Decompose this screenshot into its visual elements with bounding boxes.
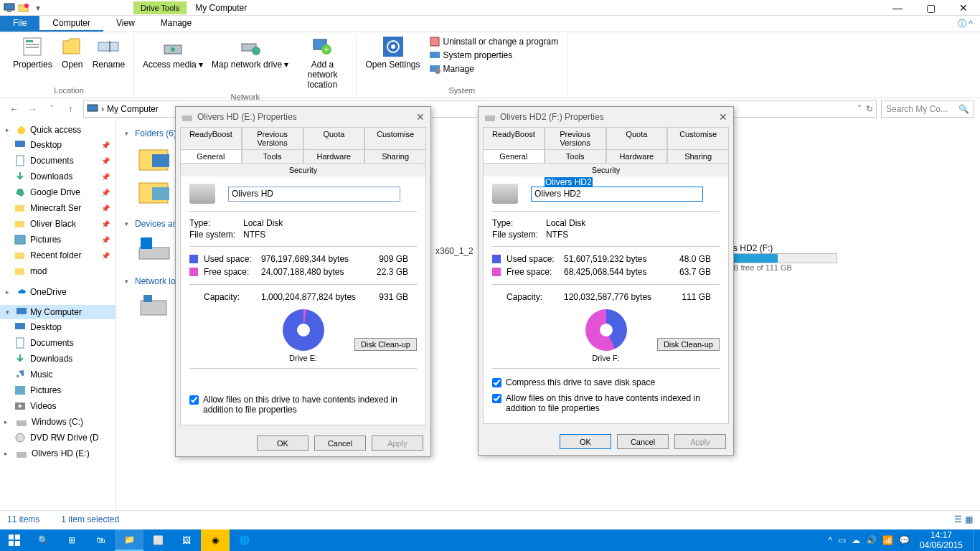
back-button[interactable]: ← xyxy=(6,100,23,118)
nav-desktop2[interactable]: Desktop xyxy=(0,319,116,335)
nav-olivers-e[interactable]: ▸Olivers HD (E:) xyxy=(0,446,116,461)
nav-minecraft[interactable]: Minecraft Ser📌 xyxy=(0,200,116,216)
tab-quota[interactable]: Quota xyxy=(606,127,668,149)
tab-hardware[interactable]: Hardware xyxy=(303,149,365,163)
nav-downloads2[interactable]: Downloads xyxy=(0,351,116,367)
navigation-pane[interactable]: ▸Quick access Desktop📌 Documents📌 Downlo… xyxy=(0,120,116,510)
refresh-icon[interactable]: ↻ xyxy=(866,104,873,114)
tab-security[interactable]: Security xyxy=(180,163,426,176)
drive-name-input[interactable] xyxy=(531,187,703,202)
close-button[interactable]: ✕ xyxy=(947,0,980,16)
cancel-button[interactable]: Cancel xyxy=(314,435,366,451)
disk-cleanup-button[interactable]: Disk Clean-up xyxy=(354,338,417,351)
tab-tools[interactable]: Tools xyxy=(242,149,303,163)
drive-name-input[interactable] xyxy=(228,187,400,202)
nav-gdrive[interactable]: Google Drive📌 xyxy=(0,184,116,200)
qat-dropdown-icon[interactable]: ▾ xyxy=(32,1,44,14)
apply-button[interactable]: Apply xyxy=(372,435,423,451)
index-checkbox[interactable] xyxy=(189,395,199,405)
tab-customise[interactable]: Customise xyxy=(364,127,426,149)
tab-general[interactable]: General xyxy=(180,149,242,163)
taskbar-store[interactable]: 🛍 xyxy=(86,529,115,551)
nav-windows-c[interactable]: ▸Windows (C:) xyxy=(0,414,116,430)
tray-action-icon[interactable]: 💬 xyxy=(899,535,910,545)
cancel-button[interactable]: Cancel xyxy=(617,434,669,449)
tab-readyboost[interactable]: ReadyBoost xyxy=(180,127,242,149)
drive-hd2-partial[interactable]: s HD2 (F:) B free of 111 GB xyxy=(733,243,837,272)
tab-customise[interactable]: Customise xyxy=(667,127,729,149)
taskbar-browser[interactable]: 🌐 xyxy=(230,529,258,551)
view-details-icon[interactable]: ☰ xyxy=(954,514,962,524)
tab-sharing[interactable]: Sharing xyxy=(364,149,426,163)
tab-hardware[interactable]: Hardware xyxy=(606,149,668,163)
access-media-button[interactable]: Access media ▾ xyxy=(138,34,207,91)
dialog-titlebar[interactable]: Olivers HD2 (F:) Properties ✕ xyxy=(479,107,733,127)
index-checkbox[interactable] xyxy=(492,394,501,403)
tray-onedrive-icon[interactable]: ☁ xyxy=(852,535,860,545)
taskbar-app1[interactable]: ⬜ xyxy=(143,529,172,551)
open-settings-button[interactable]: Open Settings xyxy=(361,34,424,85)
nav-documents2[interactable]: Documents xyxy=(0,335,116,351)
nav-pictures[interactable]: Pictures📌 xyxy=(0,232,116,248)
nav-oliver[interactable]: Oliver Black📌 xyxy=(0,216,116,232)
nav-documents[interactable]: Documents📌 xyxy=(0,153,116,169)
map-network-button[interactable]: Map network drive ▾ xyxy=(207,34,293,91)
tab-previous-versions[interactable]: Previous Versions xyxy=(545,127,606,149)
tray-up-icon[interactable]: ^ xyxy=(828,535,832,545)
computer-icon[interactable] xyxy=(3,1,16,14)
uninstall-button[interactable]: Uninstall or change a program xyxy=(428,35,560,48)
ok-button[interactable]: OK xyxy=(560,434,611,449)
tab-tools[interactable]: Tools xyxy=(545,149,606,163)
taskbar-app2[interactable]: 🖼 xyxy=(172,529,201,551)
properties-button[interactable]: Properties xyxy=(9,34,57,85)
system-properties-button[interactable]: System properties xyxy=(428,49,560,62)
tab-sharing[interactable]: Sharing xyxy=(667,149,729,163)
taskbar-steam[interactable]: ◉ xyxy=(201,529,230,551)
tray-battery-icon[interactable]: ▭ xyxy=(838,535,846,545)
new-folder-icon[interactable] xyxy=(17,1,30,14)
tab-previous-versions[interactable]: Previous Versions xyxy=(242,127,303,149)
quick-access-header[interactable]: ▸Quick access xyxy=(0,123,116,137)
apply-button[interactable]: Apply xyxy=(674,434,726,449)
up-button[interactable]: ↑ xyxy=(62,100,79,118)
tab-general[interactable]: General xyxy=(483,149,545,163)
tab-quota[interactable]: Quota xyxy=(303,127,365,149)
recent-dropdown[interactable]: ˅ xyxy=(43,100,60,118)
help-icon[interactable]: ⓘ ^ xyxy=(951,16,980,32)
nav-music[interactable]: Music xyxy=(0,367,116,382)
show-desktop-button[interactable] xyxy=(973,529,977,551)
forward-button[interactable]: → xyxy=(24,100,42,118)
search-input[interactable]: Search My Co...🔍 xyxy=(881,100,974,118)
breadcrumb[interactable]: My Computer xyxy=(107,104,159,114)
onedrive-header[interactable]: ▸OneDrive xyxy=(0,285,116,299)
nav-desktop[interactable]: Desktop📌 xyxy=(0,137,116,153)
drive-tools-tab[interactable]: Drive Tools xyxy=(133,1,187,14)
nav-dvd[interactable]: DVD RW Drive (D xyxy=(0,430,116,446)
mycomputer-header[interactable]: ▾My Computer xyxy=(0,305,116,319)
tab-security[interactable]: Security xyxy=(483,163,729,176)
tab-file[interactable]: File xyxy=(0,16,39,32)
nav-downloads[interactable]: Downloads📌 xyxy=(0,169,116,184)
manage-button[interactable]: Manage xyxy=(428,62,560,75)
tab-view[interactable]: View xyxy=(103,16,148,32)
minimize-button[interactable]: — xyxy=(881,0,914,16)
nav-videos[interactable]: Videos xyxy=(0,398,116,414)
dialog-titlebar[interactable]: Olivers HD (E:) Properties ✕ xyxy=(176,107,430,127)
open-button[interactable]: Open xyxy=(57,34,88,85)
maximize-button[interactable]: ▢ xyxy=(914,0,947,16)
ok-button[interactable]: OK xyxy=(257,435,308,451)
view-icons-icon[interactable]: ▦ xyxy=(965,514,973,524)
search-button[interactable]: 🔍 xyxy=(29,529,57,551)
tray-network-icon[interactable]: 🔊 xyxy=(866,535,877,545)
addr-dropdown-icon[interactable]: ˅ xyxy=(857,104,862,114)
tab-manage[interactable]: Manage xyxy=(148,16,204,32)
disk-cleanup-button[interactable]: Disk Clean-up xyxy=(657,338,720,351)
close-icon[interactable]: ✕ xyxy=(719,111,727,123)
compress-checkbox[interactable] xyxy=(492,378,501,387)
tray-wifi-icon[interactable]: 📶 xyxy=(882,535,893,545)
nav-pictures2[interactable]: Pictures xyxy=(0,382,116,398)
rename-button[interactable]: Rename xyxy=(88,34,129,85)
nav-mod[interactable]: mod xyxy=(0,263,116,279)
tab-computer[interactable]: Computer xyxy=(39,16,103,32)
nav-recent[interactable]: Recent folder📌 xyxy=(0,248,116,263)
